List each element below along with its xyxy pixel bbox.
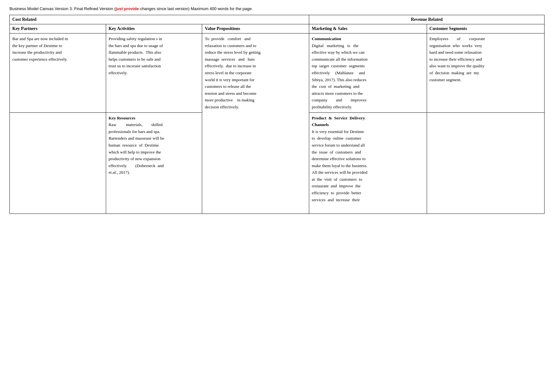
- key-activities-header: Key Activities: [106, 24, 202, 33]
- communication-title: Communication: [312, 36, 341, 41]
- customer-segments-header: Customer Segments: [427, 24, 544, 33]
- header-text-after: changes since last version) Maximum 400 …: [139, 6, 253, 11]
- product-delivery-title: Product & Service Delivery: [312, 116, 365, 120]
- key-resources-title: Key Resources: [109, 116, 135, 120]
- key-activities-content: Providing safety regulation s in the bar…: [106, 33, 202, 113]
- key-partners-content: Bar and Spa are now included in the key …: [10, 33, 106, 113]
- channels-title: Channels: [312, 122, 329, 127]
- marketing-sales-header: Marketing & Sales: [309, 24, 427, 33]
- value-propositions-content: To provide comfort and relaxation to cus…: [202, 33, 309, 214]
- key-resources-content: Key Resources Raw materials, skilled pro…: [106, 112, 202, 214]
- marketing-communication-content: Communication Digital marketing is the e…: [309, 33, 427, 113]
- section-header-row: Cost Related Revenue Related: [10, 15, 545, 24]
- revenue-related-header: Revenue Related: [309, 15, 545, 24]
- header-text-before: Business Model Canvas Version 3: Final R…: [9, 6, 116, 11]
- business-model-canvas: Cost Related Revenue Related Key Partner…: [9, 15, 545, 214]
- key-partners-empty: [10, 112, 106, 214]
- value-propositions-header: Value Propositions: [202, 24, 309, 33]
- column-headers-row: Key Partners Key Activities Value Propos…: [10, 24, 545, 33]
- main-content-top-row: Bar and Spa are now included in the key …: [10, 33, 545, 113]
- key-partners-header: Key Partners: [10, 24, 106, 33]
- customer-segments-content: Employees of corporate organisation who …: [427, 33, 544, 113]
- product-delivery-content: Product & Service Delivery Channels It i…: [309, 112, 427, 214]
- page-header: Business Model Canvas Version 3: Final R…: [9, 6, 545, 11]
- header-highlight: just provide: [116, 6, 139, 11]
- customer-segments-empty: [427, 112, 544, 214]
- cost-related-header: Cost Related: [10, 15, 309, 24]
